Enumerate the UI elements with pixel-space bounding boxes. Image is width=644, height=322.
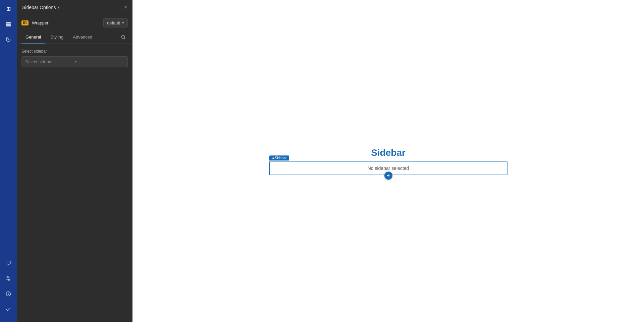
- svg-point-15: [122, 36, 125, 39]
- svg-rect-5: [6, 261, 11, 264]
- sidebar-select-placeholder: Select sidebar: [25, 59, 75, 64]
- svg-rect-1: [6, 23, 11, 25]
- icon-bar: ⊞: [0, 0, 17, 322]
- add-block-button[interactable]: +: [384, 172, 392, 180]
- section-label: Select sidebar: [21, 49, 128, 54]
- svg-point-14: [8, 293, 9, 293]
- icon-bar-bottom: [4, 258, 13, 318]
- svg-rect-2: [6, 25, 11, 26]
- sliders-icon[interactable]: [4, 274, 13, 283]
- svg-point-11: [8, 279, 10, 280]
- panel-content: Select sidebar Select sidebar ▾: [17, 44, 132, 322]
- sidebar-select-chevron-icon: ▾: [75, 60, 124, 64]
- wrapper-select-value: default: [107, 20, 120, 25]
- sidebar-widget-title: Sidebar: [371, 147, 406, 158]
- canvas-area: Sidebar ◂ Sidebar No sidebar selected +: [132, 0, 644, 322]
- check-icon[interactable]: [4, 305, 13, 314]
- panel-header: Sidebar Options ▾ ×: [17, 0, 132, 15]
- panel-close-button[interactable]: ×: [124, 5, 127, 10]
- svg-line-16: [124, 38, 126, 40]
- panel-title: Sidebar Options: [22, 5, 56, 10]
- svg-rect-0: [6, 22, 11, 23]
- history-icon[interactable]: [4, 35, 13, 44]
- wrapper-bar: ID Wrapper default ▾: [17, 15, 132, 31]
- grid-icon[interactable]: ⊞: [4, 4, 13, 13]
- panel-header-chevron-icon: ▾: [58, 5, 60, 10]
- wrapper-badge: ID: [21, 20, 29, 25]
- search-tab-button[interactable]: [119, 33, 128, 42]
- sidebar-label-tag-text: Sidebar: [275, 156, 286, 160]
- tab-styling[interactable]: Styling: [46, 31, 67, 44]
- sidebar-widget-box-wrapper: ◂ Sidebar No sidebar selected +: [269, 162, 507, 175]
- sidebar-label-tag[interactable]: ◂ Sidebar: [269, 155, 289, 160]
- monitor-icon[interactable]: [4, 258, 13, 268]
- no-sidebar-text: No sidebar selected: [368, 166, 409, 171]
- svg-line-4: [8, 40, 9, 41]
- info-icon[interactable]: [4, 289, 13, 299]
- svg-point-9: [7, 276, 8, 278]
- tab-general[interactable]: General: [21, 31, 45, 44]
- wrapper-label: Wrapper: [32, 20, 100, 25]
- tab-advanced[interactable]: Advanced: [69, 31, 96, 44]
- sidebar-widget-container: Sidebar ◂ Sidebar No sidebar selected +: [269, 147, 507, 175]
- sidebar-options-panel: Sidebar Options ▾ × ID Wrapper default ▾…: [17, 0, 132, 322]
- panel-tabs: General Styling Advanced: [17, 31, 132, 44]
- icon-bar-top: ⊞: [4, 4, 13, 44]
- sidebar-label-tag-arrow: ◂: [272, 156, 274, 160]
- wrapper-select[interactable]: default ▾: [103, 18, 128, 27]
- wrapper-select-chevron-icon: ▾: [122, 21, 124, 25]
- panel-header-left: Sidebar Options ▾: [22, 5, 60, 10]
- layers-icon[interactable]: [4, 19, 13, 29]
- sidebar-select-field[interactable]: Select sidebar ▾: [21, 56, 128, 67]
